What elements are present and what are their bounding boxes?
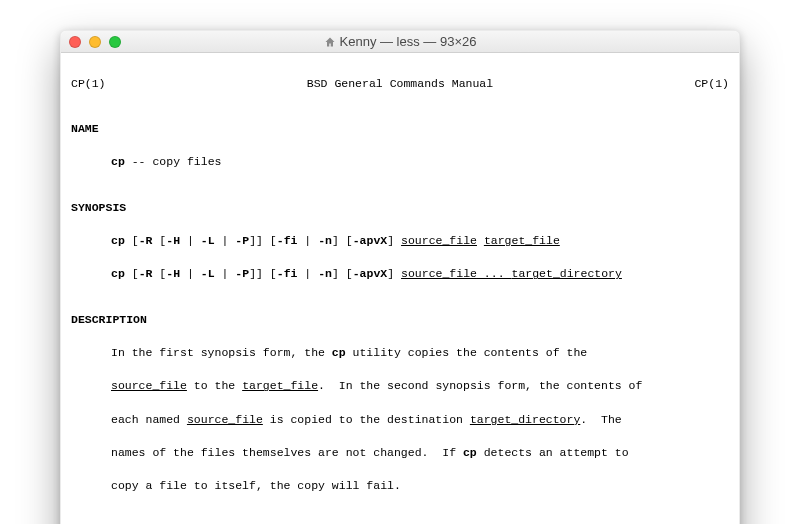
man-header-right: CP(1) xyxy=(512,76,729,93)
window-title: Kenny — less — 93×26 xyxy=(61,34,739,49)
desc-line: source_file to the target_file. In the s… xyxy=(71,378,729,395)
desc-line: copy a file to itself, the copy will fai… xyxy=(71,478,729,495)
man-header-left: CP(1) xyxy=(71,76,288,93)
terminal-content[interactable]: CP(1)BSD General Commands ManualCP(1) NA… xyxy=(61,53,739,524)
window-title-text: Kenny — less — 93×26 xyxy=(340,34,477,49)
terminal-window: Kenny — less — 93×26 CP(1)BSD General Co… xyxy=(60,30,740,524)
desc-line: In the first synopsis form, the cp utili… xyxy=(71,345,729,362)
window-controls xyxy=(69,36,121,48)
section-synopsis: SYNOPSIS xyxy=(71,200,729,217)
desc-line: each named source_file is copied to the … xyxy=(71,412,729,429)
zoom-icon[interactable] xyxy=(109,36,121,48)
titlebar[interactable]: Kenny — less — 93×26 xyxy=(61,31,739,53)
home-icon xyxy=(324,36,336,48)
synopsis-line-2: cp [-R [-H | -L | -P]] [-fi | -n] [-apvX… xyxy=(71,266,729,283)
minimize-icon[interactable] xyxy=(89,36,101,48)
man-header: CP(1)BSD General Commands ManualCP(1) xyxy=(71,76,729,93)
man-header-center: BSD General Commands Manual xyxy=(288,76,512,93)
close-icon[interactable] xyxy=(69,36,81,48)
desc-line: names of the files themselves are not ch… xyxy=(71,445,729,462)
name-line: cp -- copy files xyxy=(71,154,729,171)
section-name: NAME xyxy=(71,121,729,138)
synopsis-line-1: cp [-R [-H | -L | -P]] [-fi | -n] [-apvX… xyxy=(71,233,729,250)
section-description: DESCRIPTION xyxy=(71,312,729,329)
